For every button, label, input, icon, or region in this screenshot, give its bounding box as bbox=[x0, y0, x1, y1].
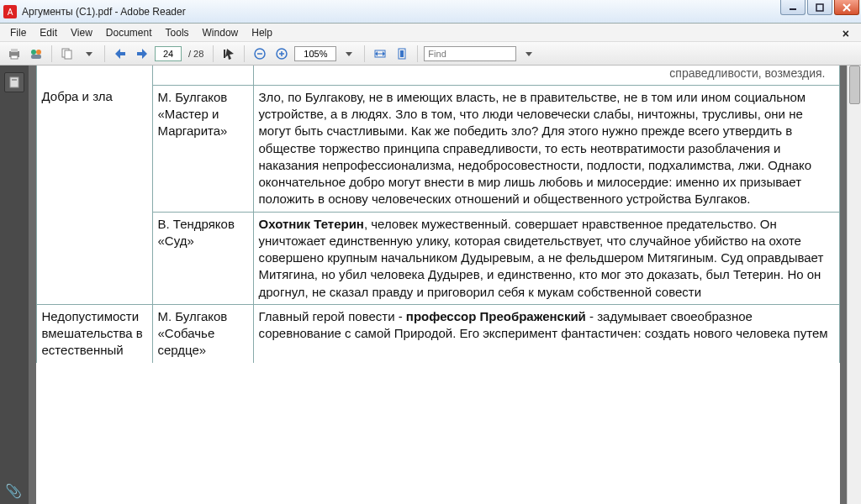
theme-cell: Недопустимости вмешательства в естествен… bbox=[36, 304, 152, 362]
table-row: В. Тендряков «Суд» Охотник Тетерин, чело… bbox=[36, 212, 839, 304]
menu-tools[interactable]: Tools bbox=[159, 25, 196, 40]
thumbnails-tab[interactable] bbox=[4, 72, 24, 92]
title-bar: A Аргументы (C1).pdf - Adobe Reader bbox=[0, 0, 861, 24]
print-button[interactable] bbox=[5, 45, 24, 63]
menu-edit[interactable]: Edit bbox=[33, 25, 64, 40]
svg-marker-15 bbox=[115, 49, 125, 59]
table-row: Недопустимости вмешательства в естествен… bbox=[36, 304, 839, 362]
prev-page-button[interactable] bbox=[111, 45, 129, 63]
source-cell: М. Булгаков «Собачье сердце» bbox=[152, 304, 253, 362]
svg-rect-3 bbox=[816, 4, 823, 11]
svg-marker-18 bbox=[225, 49, 234, 60]
text-cell: Главный герой повести - профессор Преобр… bbox=[253, 304, 839, 362]
attachment-icon[interactable]: 📎 bbox=[5, 483, 22, 499]
window-controls bbox=[780, 0, 859, 15]
page-number-input[interactable] bbox=[155, 46, 182, 61]
app-icon: A bbox=[3, 5, 17, 18]
source-cell: М. Булгаков «Мастер и Маргарита» bbox=[152, 85, 253, 212]
svg-rect-7 bbox=[11, 49, 18, 52]
menu-bar: File Edit View Document Tools Window Hel… bbox=[0, 24, 861, 42]
separator bbox=[51, 45, 52, 62]
source-cell: В. Тендряков «Суд» bbox=[152, 212, 253, 304]
close-button[interactable] bbox=[834, 0, 859, 15]
window-title: Аргументы (C1).pdf - Adobe Reader bbox=[22, 6, 858, 18]
menu-view[interactable]: View bbox=[64, 25, 99, 40]
next-page-button[interactable] bbox=[133, 45, 151, 63]
vertical-scrollbar[interactable] bbox=[847, 66, 861, 504]
text-cell: Зло, по Булгакову, не в имеющих власть, … bbox=[253, 85, 839, 212]
zoom-input[interactable] bbox=[294, 46, 336, 61]
collab-button[interactable] bbox=[27, 45, 45, 63]
minimize-button[interactable] bbox=[780, 0, 806, 15]
svg-point-9 bbox=[31, 50, 36, 55]
svg-rect-32 bbox=[10, 77, 18, 87]
workspace: 📎 справедливости, возмездия. Добра и зла… bbox=[0, 66, 861, 504]
zoom-in-button[interactable] bbox=[272, 45, 291, 63]
fit-width-button[interactable] bbox=[371, 45, 389, 63]
maximize-button[interactable] bbox=[807, 0, 832, 15]
svg-point-10 bbox=[36, 50, 41, 55]
zoom-out-button[interactable] bbox=[251, 45, 269, 63]
svg-rect-11 bbox=[31, 55, 41, 59]
find-dropdown-icon[interactable] bbox=[520, 45, 538, 63]
select-tool-button[interactable] bbox=[219, 45, 238, 63]
table-row: справедливости, возмездия. bbox=[36, 66, 839, 85]
menu-file[interactable]: File bbox=[3, 25, 33, 40]
text-cell: Охотник Тетерин, человек мужественный. с… bbox=[253, 212, 839, 304]
close-doc-button[interactable]: × bbox=[836, 25, 856, 42]
page-total-label: / 28 bbox=[185, 49, 207, 59]
navigation-pane: 📎 bbox=[0, 66, 29, 504]
separator bbox=[417, 45, 418, 62]
fit-page-button[interactable] bbox=[393, 45, 411, 63]
dropdown-icon[interactable] bbox=[80, 45, 98, 63]
table-row: Добра и зла М. Булгаков «Мастер и Маргар… bbox=[36, 85, 839, 212]
svg-marker-16 bbox=[137, 49, 147, 59]
truncated-text: справедливости, возмездия. bbox=[259, 66, 834, 81]
find-input[interactable] bbox=[424, 46, 516, 61]
document-area[interactable]: справедливости, возмездия. Добра и зла М… bbox=[29, 66, 847, 504]
svg-rect-33 bbox=[12, 79, 17, 81]
pages-button[interactable] bbox=[58, 45, 77, 63]
menu-window[interactable]: Window bbox=[196, 25, 246, 40]
scrollbar-thumb[interactable] bbox=[849, 66, 860, 104]
separator bbox=[213, 45, 214, 62]
menu-document[interactable]: Document bbox=[99, 25, 159, 40]
toolbar: / 28 bbox=[0, 42, 861, 66]
svg-marker-31 bbox=[526, 52, 532, 56]
svg-marker-24 bbox=[346, 52, 352, 56]
svg-rect-13 bbox=[65, 50, 71, 59]
separator bbox=[244, 45, 245, 62]
separator bbox=[364, 45, 365, 62]
svg-marker-14 bbox=[86, 52, 92, 56]
svg-text:A: A bbox=[8, 8, 13, 17]
zoom-dropdown-icon[interactable] bbox=[340, 45, 358, 63]
svg-rect-30 bbox=[400, 50, 404, 57]
theme-cell: Добра и зла bbox=[36, 85, 152, 304]
pdf-page: справедливости, возмездия. Добра и зла М… bbox=[36, 66, 840, 504]
svg-rect-8 bbox=[11, 55, 18, 59]
separator bbox=[104, 45, 105, 62]
menu-help[interactable]: Help bbox=[245, 25, 279, 40]
content-table: справедливости, возмездия. Добра и зла М… bbox=[36, 66, 840, 363]
